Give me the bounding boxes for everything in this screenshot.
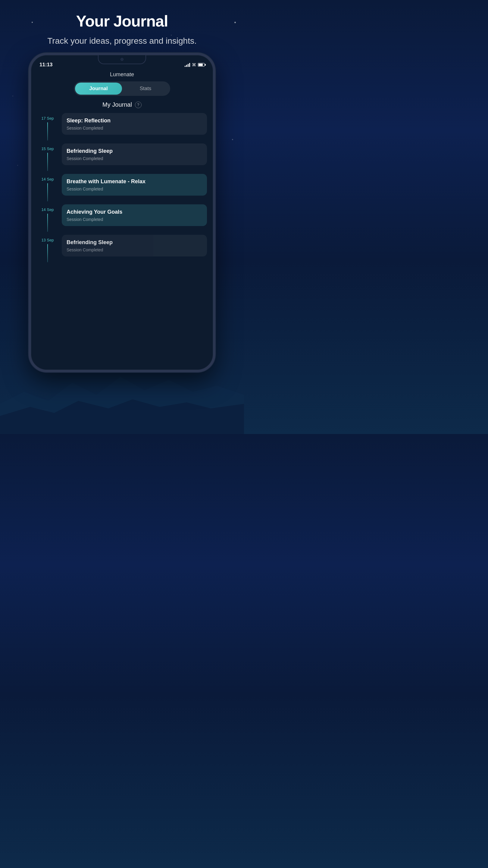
wifi-icon: ⌘ [192, 62, 196, 67]
entry-status: Session Completed [67, 217, 202, 222]
journal-entry-row: 17 Sep Sleep: Reflection Session Complet… [37, 113, 207, 141]
entry-title: Achieving Your Goals [67, 209, 202, 216]
entry-title: Befriending Sleep [67, 148, 202, 155]
entry-status: Session Completed [67, 126, 202, 130]
date-column: 17 Sep [37, 113, 58, 141]
phone-frame: 11:13 ⌘ Lumenate Journal Stats My Journa… [29, 53, 216, 372]
entry-title: Befriending Sleep [67, 239, 202, 246]
status-time: 11:13 [39, 62, 53, 68]
signal-icon [185, 63, 190, 67]
status-icons: ⌘ [185, 62, 204, 67]
tab-journal[interactable]: Journal [75, 83, 122, 95]
entry-card-highlighted[interactable]: Achieving Your Goals Session Completed [62, 204, 207, 226]
entry-card[interactable]: Befriending Sleep Session Completed [62, 144, 207, 165]
battery-icon [198, 63, 204, 67]
journal-title: My Journal [102, 101, 132, 108]
entry-card-highlighted[interactable]: Breathe with Lumenate - Relax Session Co… [62, 174, 207, 195]
timeline-line [47, 244, 48, 262]
tab-stats[interactable]: Stats [122, 83, 169, 95]
timeline-line [47, 214, 48, 232]
app-name: Lumenate [37, 70, 207, 78]
entry-title: Breathe with Lumenate - Relax [67, 178, 202, 185]
entry-card[interactable]: Sleep: Reflection Session Completed [62, 113, 207, 134]
journal-list: 17 Sep Sleep: Reflection Session Complet… [37, 113, 207, 265]
entry-title: Sleep: Reflection [67, 117, 202, 124]
tab-bar[interactable]: Journal Stats [74, 82, 170, 96]
header-section: Your Journal Track your ideas, progress … [0, 0, 244, 53]
help-icon[interactable]: ? [135, 101, 141, 108]
phone-notch [98, 55, 146, 64]
entry-card[interactable]: Befriending Sleep Session Completed [62, 235, 207, 256]
journal-entry-row: 14 Sep Breathe with Lumenate - Relax Ses… [37, 174, 207, 201]
timeline-line [47, 153, 48, 171]
entry-status: Session Completed [67, 187, 202, 191]
timeline-line [47, 122, 48, 141]
journal-header: My Journal ? [37, 101, 207, 108]
journal-entry-row: 13 Sep Befriending Sleep Session Complet… [37, 235, 207, 262]
timeline-line [47, 183, 48, 201]
app-content: Lumenate Journal Stats My Journal ? 17 S… [31, 70, 213, 370]
entry-date: 17 Sep [41, 116, 54, 121]
entry-date: 13 Sep [41, 238, 54, 242]
date-column: 14 Sep [37, 174, 58, 201]
date-column: 15 Sep [37, 144, 58, 171]
notch-camera [121, 58, 124, 61]
entry-date: 14 Sep [41, 207, 54, 212]
entry-date: 15 Sep [41, 147, 54, 151]
journal-entry-row: 15 Sep Befriending Sleep Session Complet… [37, 144, 207, 171]
date-column: 13 Sep [37, 235, 58, 262]
date-column: 14 Sep [37, 204, 58, 232]
entry-status: Session Completed [67, 156, 202, 161]
journal-entry-row: 14 Sep Achieving Your Goals Session Comp… [37, 204, 207, 232]
page-title: Your Journal [0, 12, 244, 30]
page-subtitle: Track your ideas, progress and insights. [0, 35, 244, 47]
entry-status: Session Completed [67, 247, 202, 252]
entry-date: 14 Sep [41, 177, 54, 181]
